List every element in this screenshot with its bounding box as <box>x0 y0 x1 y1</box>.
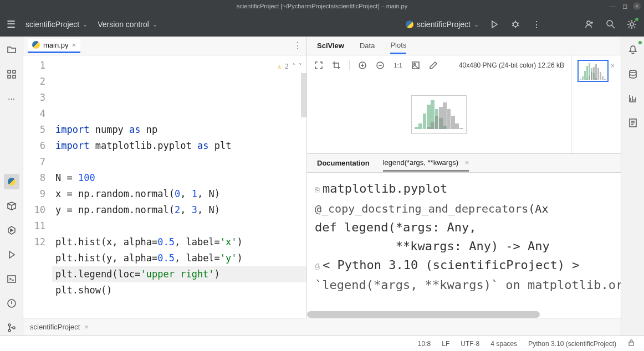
svg-rect-6 <box>8 75 11 78</box>
next-highlight-button[interactable]: ˅ <box>299 59 302 75</box>
sciview-pane: SciView Data Plots 1:1 <box>307 37 621 318</box>
run-button[interactable] <box>489 19 500 30</box>
settings-badge-icon <box>635 18 638 21</box>
documentation-tabs: Documentation legend(*args, **kwargs) × <box>307 154 621 173</box>
more-tools-button[interactable]: ⋯ <box>4 91 19 106</box>
svg-point-17 <box>630 70 636 73</box>
editor-scrollbar[interactable] <box>301 73 306 117</box>
chevron-down-icon: ⌄ <box>83 21 88 28</box>
vcs-tool-button[interactable] <box>4 320 19 335</box>
chevron-down-icon: ⌄ <box>474 21 479 28</box>
doc-signature-line2: **kwargs: Any) -> Any <box>315 239 550 253</box>
breadcrumb[interactable]: scientificProject × <box>30 323 89 331</box>
debug-button[interactable] <box>510 19 521 30</box>
python-console-tool-button[interactable] <box>4 174 19 189</box>
project-selector[interactable]: scientificProject ⌄ <box>25 20 88 29</box>
python-packages-tool-button[interactable] <box>4 198 19 214</box>
module-icon: ⎘ <box>315 185 319 194</box>
actual-size-button[interactable]: 1:1 <box>393 60 403 70</box>
close-tab-button[interactable]: × <box>72 41 76 49</box>
more-actions-button[interactable]: ⋮ <box>531 19 542 30</box>
lock-icon[interactable] <box>627 339 635 348</box>
svg-point-0 <box>513 22 518 27</box>
tab-sciview[interactable]: SciView <box>317 42 344 50</box>
sciview-tool-button[interactable] <box>625 91 641 106</box>
svg-point-10 <box>8 324 11 326</box>
doc-horizontal-scrollbar[interactable] <box>307 311 540 318</box>
database-tool-button[interactable] <box>625 66 641 82</box>
close-doc-tab-button[interactable]: × <box>465 158 469 167</box>
run-config-label: scientificProject <box>417 20 471 29</box>
doc-env: < Python 3.10 (scientificProject) > <box>323 258 580 272</box>
search-everywhere-button[interactable] <box>605 19 616 30</box>
python-file-icon <box>32 41 40 49</box>
tab-data[interactable]: Data <box>360 42 375 50</box>
env-icon: ⎙ <box>315 262 319 271</box>
terminal-tool-button[interactable] <box>4 271 19 287</box>
warning-count: 2 <box>285 59 289 75</box>
doc-decorator: @_copy_docstring_and_deprecators <box>315 202 528 215</box>
tab-documentation[interactable]: Documentation <box>317 159 370 167</box>
zoom-out-button[interactable] <box>375 60 385 70</box>
code-area[interactable]: ⚠ 2 ˄ ˅ import numpy as npimport matplot… <box>52 55 306 318</box>
plots-area: 1:1 40x480 PNG (24-bit color) 12.26 kB <box>307 55 621 154</box>
editor-gutter: 123456789101112 <box>23 55 52 318</box>
plots-toolbar: 1:1 40x480 PNG (24-bit color) 12.26 kB <box>307 55 571 75</box>
doc-external-link[interactable]: `legend(*args, **kwargs)` on matplotlib.… <box>315 278 621 292</box>
plot-thumbnail[interactable] <box>577 60 609 82</box>
crop-button[interactable] <box>331 60 341 70</box>
project-name-label: scientificProject <box>25 20 79 29</box>
save-image-button[interactable] <box>411 60 421 70</box>
editor-tab-label: main.py <box>43 41 69 49</box>
structure-tool-button[interactable] <box>4 66 19 82</box>
problems-tool-button[interactable] <box>4 296 19 311</box>
svg-point-12 <box>13 327 15 329</box>
edit-button[interactable] <box>428 60 438 70</box>
plot-thumbnails: × <box>571 55 621 153</box>
notifications-tool-button[interactable] <box>625 42 641 58</box>
main-menu-button[interactable]: ☰ <box>7 18 16 30</box>
window-close-button[interactable]: × <box>633 2 641 10</box>
file-encoding[interactable]: UTF-8 <box>461 340 479 348</box>
interpreter-selector[interactable]: Python 3.10 (scientificProject) <box>528 340 616 348</box>
plot-preview[interactable] <box>307 75 571 153</box>
window-titlebar: scientificProject [~/PycharmProjects/sci… <box>0 0 644 12</box>
fit-content-button[interactable] <box>314 60 324 70</box>
vcs-label: Version control <box>98 20 149 29</box>
run-tool-button[interactable] <box>4 247 19 262</box>
indent-setting[interactable]: 4 spaces <box>490 340 517 348</box>
doc-signature-line1: def legend(*args: Any, <box>315 220 476 234</box>
close-breadcrumb-button[interactable]: × <box>84 323 89 331</box>
breadcrumb-bar: scientificProject × <box>23 318 621 335</box>
notification-badge-icon <box>638 41 642 44</box>
editor-tabs-more-button[interactable]: ⋮ <box>293 40 302 51</box>
settings-button[interactable] <box>626 19 637 30</box>
editor-tab-main[interactable]: main.py × <box>28 39 80 53</box>
svg-point-2 <box>607 20 612 26</box>
services-tool-button[interactable] <box>4 223 19 238</box>
editor-inspections-widget[interactable]: ⚠ 2 ˄ ˅ <box>278 59 302 75</box>
caret-position[interactable]: 10:8 <box>418 340 431 348</box>
chevron-down-icon: ⌄ <box>152 21 157 28</box>
zoom-in-button[interactable] <box>357 60 367 70</box>
editor-tabs: main.py × ⋮ <box>23 37 306 55</box>
code-with-me-button[interactable] <box>584 19 595 30</box>
python-icon <box>406 20 413 28</box>
run-config-selector[interactable]: scientificProject ⌄ <box>406 20 479 29</box>
documentation-tool-button[interactable] <box>625 115 641 131</box>
project-tool-button[interactable] <box>4 42 19 58</box>
vcs-menu[interactable]: Version control ⌄ <box>98 20 157 29</box>
right-tool-stripe <box>621 37 644 335</box>
window-maximize-button[interactable]: ◻ <box>621 2 628 10</box>
close-thumbnail-button[interactable]: × <box>611 62 615 70</box>
documentation-body[interactable]: ⎘matplotlib.pyplot @_copy_docstring_and_… <box>307 173 621 318</box>
doc-module: matplotlib.pyplot <box>323 182 447 195</box>
svg-rect-4 <box>8 70 11 73</box>
window-minimize-button[interactable]: — <box>609 2 616 10</box>
svg-rect-19 <box>629 342 633 345</box>
tab-legend-doc[interactable]: legend(*args, **kwargs) × <box>383 158 469 172</box>
code-editor[interactable]: 123456789101112 ⚠ 2 ˄ ˅ import numpy as … <box>23 55 306 318</box>
line-separator[interactable]: LF <box>442 340 449 348</box>
tab-plots[interactable]: Plots <box>390 41 406 54</box>
prev-highlight-button[interactable]: ˄ <box>292 59 295 75</box>
